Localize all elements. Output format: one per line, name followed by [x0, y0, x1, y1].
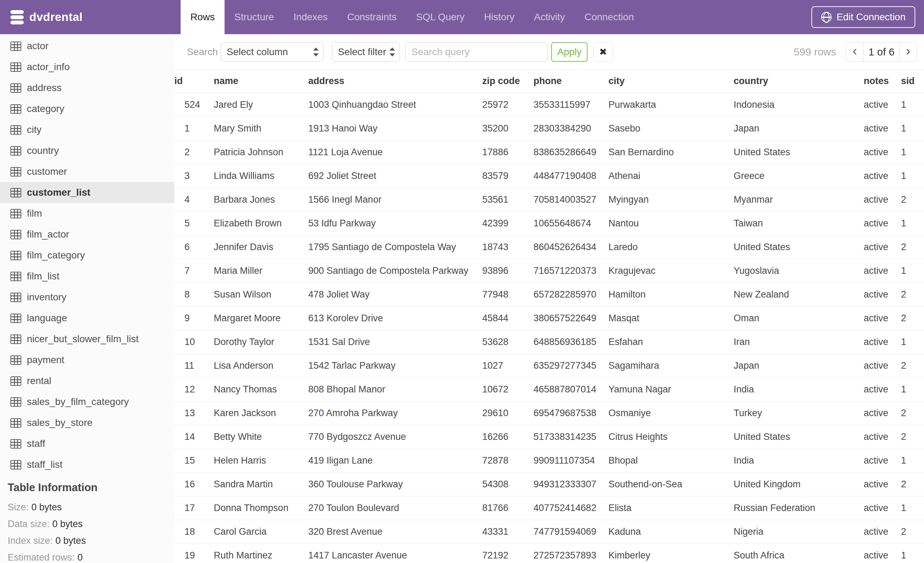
sidebar-table-item[interactable]: inventory — [0, 287, 174, 308]
cell-sid: 1 — [901, 449, 924, 472]
sidebar-table-item[interactable]: film_list — [0, 266, 174, 287]
cell-zip-code: 77948 — [482, 282, 534, 306]
cell-notes: active — [864, 117, 901, 140]
nav-tab[interactable]: Rows — [181, 0, 225, 34]
sidebar-table-item[interactable]: actor — [0, 36, 174, 57]
sidebar-table-label: customer — [27, 166, 67, 177]
table-row[interactable]: 9 Margaret Moore 613 Korolev Drive 45844… — [174, 306, 924, 330]
sidebar-table-item[interactable]: sales_by_film_category — [0, 391, 174, 412]
nav-tab[interactable]: Constraints — [338, 0, 406, 34]
table-row[interactable]: 524 Jared Ely 1003 Qinhuangdao Street 25… — [174, 93, 924, 117]
table-row[interactable]: 1 Mary Smith 1913 Hanoi Way 35200 283033… — [174, 117, 924, 140]
sidebar-table-item[interactable]: film_category — [0, 245, 174, 266]
nav-tab[interactable]: SQL Query — [406, 0, 474, 34]
sidebar-table-label: payment — [27, 354, 64, 366]
sidebar-table-item[interactable]: actor_info — [0, 57, 174, 77]
sidebar-table-item[interactable]: address — [0, 77, 174, 98]
table-information-list: Size: 0 bytes Data size: 0 bytes Index s… — [8, 499, 174, 563]
column-select[interactable]: Select column — [221, 42, 324, 62]
column-header[interactable]: notes — [864, 70, 901, 93]
next-page-button[interactable]: › — [900, 42, 916, 62]
cell-phone: 695479687538 — [534, 401, 609, 425]
sidebar-table-item[interactable]: category — [0, 98, 174, 119]
table-row[interactable]: 16 Sandra Martin 360 Toulouse Parkway 54… — [174, 472, 924, 496]
cell-country: Taiwan — [734, 212, 864, 235]
column-header[interactable]: phone — [534, 70, 609, 93]
sidebar-table-item[interactable]: customer_list — [0, 182, 174, 203]
rows-count: 599 rows — [794, 34, 836, 70]
table-grid-icon — [10, 209, 21, 218]
sidebar-table-label: staff_list — [27, 459, 62, 470]
column-header[interactable]: zip code — [482, 70, 534, 93]
column-header[interactable]: country — [734, 70, 864, 93]
sidebar-table-item[interactable]: staff_list — [0, 454, 174, 475]
cell-name: Jared Ely — [214, 93, 308, 117]
sidebar-table-item[interactable]: staff — [0, 433, 174, 454]
table-row[interactable]: 18 Carol Garcia 320 Brest Avenue 43331 7… — [174, 520, 924, 543]
column-header[interactable]: name — [214, 70, 308, 93]
nav-tab[interactable]: Activity — [524, 0, 574, 34]
sidebar-table-item[interactable]: payment — [0, 350, 174, 371]
cell-zip-code: 18743 — [482, 235, 534, 259]
table-row[interactable]: 17 Donna Thompson 270 Toulon Boulevard 8… — [174, 496, 924, 520]
table-row[interactable]: 19 Ruth Martinez 1417 Lancaster Avenue 7… — [174, 543, 924, 563]
cell-address: 1417 Lancaster Avenue — [308, 543, 482, 563]
cell-address: 900 Santiago de Compostela Parkway — [308, 259, 482, 282]
table-grid-icon — [10, 335, 21, 344]
sidebar-table-label: sales_by_film_category — [27, 396, 129, 407]
cell-notes: active — [864, 306, 901, 330]
edit-connection-button[interactable]: Edit Connection — [812, 6, 915, 28]
sidebar-table-item[interactable]: film — [0, 203, 174, 224]
table-row[interactable]: 15 Helen Harris 419 Iligan Lane 72878 99… — [174, 449, 924, 472]
column-header[interactable]: address — [308, 70, 482, 93]
cell-phone: 35533115997 — [534, 93, 609, 117]
cell-phone: 272572357893 — [534, 543, 609, 563]
nav-tab[interactable]: Indexes — [284, 0, 338, 34]
sidebar-table-label: actor — [27, 41, 48, 52]
nav-tab[interactable]: Structure — [225, 0, 284, 34]
sidebar-table-item[interactable]: rental — [0, 371, 174, 391]
sidebar-table-label: sales_by_store — [27, 417, 92, 428]
table-row[interactable]: 10 Dorothy Taylor 1531 Sal Drive 53628 6… — [174, 330, 924, 354]
sidebar-table-item[interactable]: country — [0, 140, 174, 161]
cell-zip-code: 93896 — [482, 259, 534, 282]
cell-city: Nantou — [609, 212, 734, 235]
table-grid-icon — [10, 167, 21, 177]
table-row[interactable]: 4 Barbara Jones 1566 Inegl Manor 53561 7… — [174, 188, 924, 212]
table-row[interactable]: 13 Karen Jackson 270 Amroha Parkway 2961… — [174, 401, 924, 425]
table-row[interactable]: 8 Susan Wilson 478 Joliet Way 77948 6572… — [174, 282, 924, 306]
nav-tab[interactable]: History — [474, 0, 524, 34]
sidebar-table-item[interactable]: sales_by_store — [0, 412, 174, 433]
sidebar-table-item[interactable]: language — [0, 308, 174, 329]
cell-notes: active — [864, 520, 901, 543]
table-row[interactable]: 14 Betty White 770 Bydgoszcz Avenue 1626… — [174, 425, 924, 449]
table-row[interactable]: 6 Jennifer Davis 1795 Santiago de Compos… — [174, 235, 924, 259]
table-row[interactable]: 2 Patricia Johnson 1121 Loja Avenue 1788… — [174, 140, 924, 164]
column-header[interactable]: sid — [901, 70, 924, 93]
column-header[interactable]: city — [609, 70, 734, 93]
cell-city: Yamuna Nagar — [609, 377, 734, 401]
sidebar-table-item[interactable]: film_actor — [0, 224, 174, 245]
table-row[interactable]: 11 Lisa Anderson 1542 Tarlac Parkway 102… — [174, 354, 924, 377]
prev-page-button[interactable]: ‹ — [846, 42, 863, 62]
table-row[interactable]: 12 Nancy Thomas 808 Bhopal Manor 10672 4… — [174, 377, 924, 401]
search-query-input[interactable] — [405, 42, 548, 62]
sidebar-table-item[interactable]: customer — [0, 161, 174, 182]
filter-select[interactable]: Select filter — [332, 42, 400, 62]
cell-id: 19 — [174, 543, 214, 563]
column-header[interactable]: id — [174, 70, 214, 93]
cell-notes: active — [864, 377, 901, 401]
cell-zip-code: 72878 — [482, 449, 534, 472]
nav-tab[interactable]: Connection — [574, 0, 644, 34]
clear-filter-button[interactable]: ✖ — [593, 42, 613, 62]
table-row[interactable]: 7 Maria Miller 900 Santiago de Compostel… — [174, 259, 924, 282]
sidebar-table-item[interactable]: nicer_but_slower_film_list — [0, 329, 174, 350]
cell-address: 1531 Sal Drive — [308, 330, 482, 354]
sidebar-table-item[interactable]: city — [0, 119, 174, 140]
cell-name: Mary Smith — [214, 117, 308, 140]
table-row[interactable]: 3 Linda Williams 692 Joliet Street 83579… — [174, 164, 924, 188]
table-row[interactable]: 5 Elizabeth Brown 53 Idfu Parkway 42399 … — [174, 212, 924, 235]
apply-button[interactable]: Apply — [551, 42, 588, 62]
cell-notes: active — [864, 164, 901, 188]
cell-id: 4 — [174, 188, 214, 212]
